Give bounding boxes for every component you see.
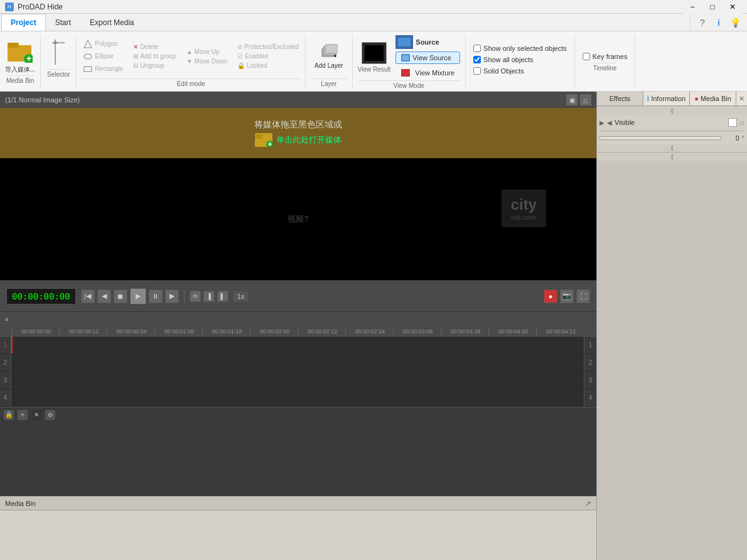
visible-chevron: ▶ [599, 119, 605, 126]
maximize-button[interactable]: □ [703, 0, 722, 14]
pause-button[interactable]: ⏸ [149, 289, 163, 303]
track-num-3: 3 [0, 372, 11, 389]
enabled-button[interactable]: ☑Enabled [235, 52, 301, 60]
close-button[interactable]: ✕ [723, 0, 742, 14]
collapse-mid-btn[interactable]: ⟪ [670, 144, 674, 151]
solid-objects-checkbox[interactable]: Solid Objects [471, 66, 569, 76]
collapse-up-btn[interactable]: ⟪ [670, 107, 674, 114]
right-panel-divider [599, 131, 744, 131]
show-options-group-label [471, 78, 569, 80]
view-mixture-button[interactable]: View Mixture [395, 67, 460, 79]
view-result-area: View Result [358, 42, 391, 73]
stop-button[interactable]: ⏹ [114, 289, 127, 303]
snapshot-button[interactable]: 📷 [560, 289, 574, 303]
track-num-1: 1 [0, 337, 11, 353]
protected-excluded-button[interactable]: ⊘Protected/Excluded [235, 43, 301, 51]
preview-maximize-button[interactable]: △ [580, 94, 591, 105]
add-layer-button[interactable]: Add Layer [311, 41, 347, 72]
step-forward-button[interactable]: ▶ [165, 289, 179, 303]
lightbulb-icon[interactable]: 💡 [728, 16, 742, 30]
ruler-mark-0: 00:00:00:00 [11, 328, 59, 335]
track-content-3[interactable] [11, 372, 584, 389]
info-icon[interactable]: i [712, 16, 726, 30]
right-panel: Effects i Information ● Media Bin ✕ ⟪ ▶ … [596, 92, 747, 560]
ribbon-group-view-mode: View Result Source View Source [353, 34, 466, 89]
ungroup-button[interactable]: ⊟Ungroup [131, 62, 178, 70]
loop-button[interactable]: ⟲ [190, 291, 201, 302]
selector-icon[interactable] [46, 36, 71, 68]
ellipse-button[interactable]: Ellipse [80, 51, 126, 62]
tab-information[interactable]: i Information [643, 92, 690, 105]
record-controls: ● 📷 ⛶ [544, 289, 590, 303]
preview-restore-button[interactable]: ▣ [566, 94, 578, 105]
svg-rect-16 [402, 55, 409, 60]
track-content-4[interactable] [11, 389, 584, 406]
minimize-button[interactable]: − [683, 0, 702, 14]
tab-media-bin[interactable]: ● Media Bin [690, 92, 736, 105]
play-button[interactable]: ▶ [130, 288, 146, 304]
timeline-collapse-btn[interactable]: ▲ [4, 315, 10, 321]
ribbon-group-media-bin: + 导入媒体... Media Bin [0, 34, 41, 89]
fullscreen-button[interactable]: ⛶ [576, 289, 590, 303]
delete-button[interactable]: ✕Delete [131, 43, 178, 51]
zoom-out-small-icon[interactable]: ✕ [31, 410, 41, 420]
ruler-mark-1: 00:00:00:12 [59, 328, 107, 335]
video-label: 视频? [288, 213, 308, 225]
right-panel-close-button[interactable]: ✕ [736, 92, 747, 105]
media-bin-collapse-btn[interactable]: ↗ [585, 499, 591, 508]
right-panel-visible-row: ▶ ◀ Visible ○ [597, 116, 747, 129]
move-up-button[interactable]: ▲Move Up [184, 48, 230, 56]
go-start-button[interactable]: |◀ [81, 289, 95, 303]
step-back-button[interactable]: ◀ [97, 289, 111, 303]
show-only-selected-checkbox[interactable]: Show only selected objects [471, 43, 569, 53]
speed-indicator: 1x [234, 291, 249, 301]
help-icon[interactable]: ? [696, 16, 709, 30]
tab-export[interactable]: Export Media [80, 14, 144, 31]
ruler-mark-3: 00:00:01:06 [154, 328, 202, 335]
key-frames-input[interactable] [583, 53, 590, 60]
collapse-mid-btn-2[interactable]: ⟪ [670, 153, 674, 160]
in-point-button[interactable]: ▐ [203, 291, 215, 302]
locked-button[interactable]: 🔒Locked [235, 62, 301, 70]
track-content-1[interactable] [11, 337, 584, 353]
show-all-input[interactable] [473, 56, 481, 63]
folder-icon: + [255, 133, 272, 147]
tab-start[interactable]: Start [46, 14, 80, 31]
show-all-checkbox[interactable]: Show all objects [471, 55, 569, 65]
zoom-in-icon[interactable]: + [18, 410, 28, 420]
timeline-group-label: Timeline [593, 63, 616, 72]
solid-objects-input[interactable] [473, 67, 481, 75]
import-media-button[interactable]: + [8, 39, 33, 64]
effect-slider[interactable] [599, 136, 721, 140]
watermark: city xzji.com [502, 190, 546, 227]
key-frames-checkbox[interactable]: Key frames [580, 51, 630, 62]
zoom-reset-icon[interactable]: ⊖ [45, 410, 55, 420]
view-result-preview[interactable] [362, 42, 387, 64]
tab-effects[interactable]: Effects [597, 92, 643, 105]
polygon-button[interactable]: Polygon [80, 38, 126, 50]
source-label: Source [416, 38, 439, 46]
track-content-2[interactable] [11, 354, 584, 371]
view-source-button[interactable]: View Source [395, 51, 460, 64]
media-bin-group-label: Media Bin [6, 75, 34, 84]
show-only-selected-input[interactable] [473, 45, 481, 52]
add-to-group-button[interactable]: ⊞Add to group [131, 52, 178, 60]
view-mode-group-label: View Mode [358, 80, 460, 89]
ruler-mark-6: 00:00:02:12 [298, 328, 345, 335]
move-down-button[interactable]: ▼Move Down [184, 57, 230, 65]
preview-drop-area[interactable]: 将媒体拖至黑色区域或 + 单击此处打开媒体 [0, 108, 596, 158]
out-point-button[interactable]: ▌ [217, 291, 228, 302]
tab-project[interactable]: Project [1, 14, 46, 31]
ruler-mark-2: 00:00:00:24 [107, 328, 154, 335]
view-source-area: Source View Source View Mixture [395, 35, 460, 79]
visible-expand-btn[interactable]: ○ [739, 117, 744, 127]
preview-area: 将媒体拖至黑色区域或 + 单击此处打开媒体 [0, 108, 596, 280]
source-label-area: Source [395, 35, 460, 49]
open-media-button[interactable]: + 单击此处打开媒体 [255, 133, 341, 147]
ribbon-group-edit-mode: Polygon Ellipse Rectangle ✕Delete [77, 34, 306, 89]
lock-icon[interactable]: 🔒 [4, 410, 14, 420]
rectangle-button[interactable]: Rectangle [80, 63, 126, 75]
record-button[interactable]: ● [544, 289, 557, 303]
visible-checkbox[interactable] [728, 118, 737, 127]
transport-buttons: |◀ ◀ ⏹ ▶ ⏸ ▶ [81, 288, 179, 304]
